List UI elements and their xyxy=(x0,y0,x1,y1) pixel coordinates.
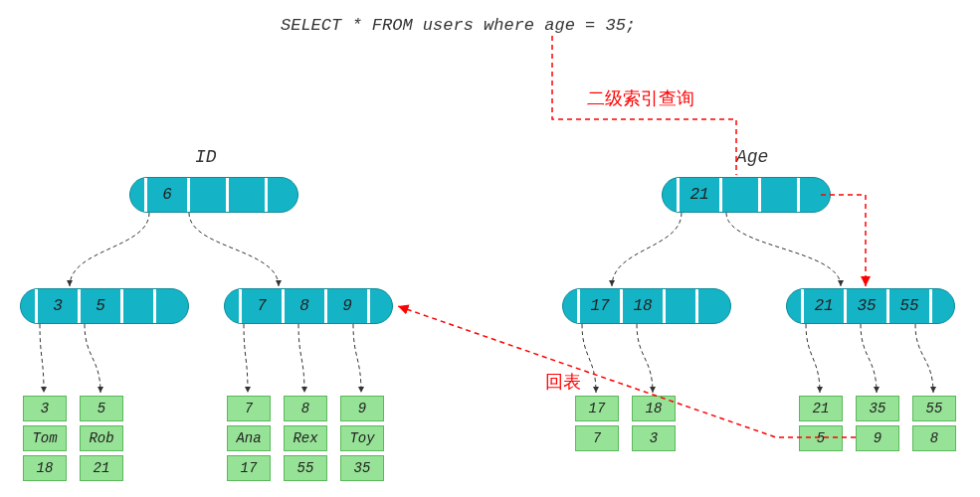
left-l2r-key-1: 8 xyxy=(285,297,324,315)
right-l2l-key-1: 18 xyxy=(623,297,663,315)
right-l2r-key-0: 21 xyxy=(804,297,844,315)
left-leaf-3-id: 8 xyxy=(284,396,327,421)
right-l2r-key-2: 55 xyxy=(889,297,929,315)
right-leaf-1-age: 18 xyxy=(632,396,676,421)
left-leaf-3-name: Rex xyxy=(284,425,327,451)
right-leaf-1-id: 3 xyxy=(632,425,676,451)
left-l2l-key-0: 3 xyxy=(38,297,78,315)
right-leaf-3-age: 35 xyxy=(856,396,899,421)
left-leaf-1-id: 5 xyxy=(80,396,123,421)
connector-arrows xyxy=(0,0,980,497)
left-leaf-3-age: 55 xyxy=(284,455,327,481)
right-l2-left-node: 17 18 xyxy=(562,288,731,324)
left-l2-right-node: 7 8 9 xyxy=(224,288,393,324)
right-root-key-0: 21 xyxy=(680,186,719,204)
left-leaf-2-age: 17 xyxy=(227,455,271,481)
right-leaf-0-age: 17 xyxy=(575,396,619,421)
left-leaf-4-name: Toy xyxy=(340,425,384,451)
left-tree-label: ID xyxy=(195,147,217,167)
left-leaf-1-age: 21 xyxy=(80,455,123,481)
right-l2-right-node: 21 35 55 xyxy=(786,288,955,324)
left-root-key-0: 6 xyxy=(147,186,187,204)
left-l2r-key-0: 7 xyxy=(242,297,282,315)
left-l2l-key-1: 5 xyxy=(81,297,120,315)
left-leaf-2-name: Ana xyxy=(227,425,271,451)
right-leaf-4-age: 55 xyxy=(912,396,956,421)
right-leaf-4-id: 8 xyxy=(912,425,956,451)
left-root-node: 6 xyxy=(129,177,298,213)
right-l2r-key-1: 35 xyxy=(847,297,886,315)
right-leaf-0-id: 7 xyxy=(575,425,619,451)
left-leaf-2-id: 7 xyxy=(227,396,271,421)
right-root-node: 21 xyxy=(662,177,831,213)
left-leaf-0-age: 18 xyxy=(23,455,67,481)
right-leaf-2-age: 21 xyxy=(799,396,843,421)
left-l2-left-node: 3 5 xyxy=(20,288,189,324)
right-leaf-2-id: 5 xyxy=(799,425,843,451)
left-l2r-key-2: 9 xyxy=(327,297,367,315)
annotation-back-to-table: 回表 xyxy=(545,370,581,394)
left-leaf-0-id: 3 xyxy=(23,396,67,421)
left-leaf-4-age: 35 xyxy=(340,455,384,481)
left-leaf-1-name: Rob xyxy=(80,425,123,451)
right-l2l-key-0: 17 xyxy=(580,297,620,315)
sql-query: SELECT * FROM users where age = 35; xyxy=(281,16,636,35)
right-tree-label: Age xyxy=(736,147,768,167)
right-leaf-3-id: 9 xyxy=(856,425,899,451)
left-leaf-4-id: 9 xyxy=(340,396,384,421)
annotation-secondary-index: 二级索引查询 xyxy=(587,86,694,110)
left-leaf-0-name: Tom xyxy=(23,425,67,451)
